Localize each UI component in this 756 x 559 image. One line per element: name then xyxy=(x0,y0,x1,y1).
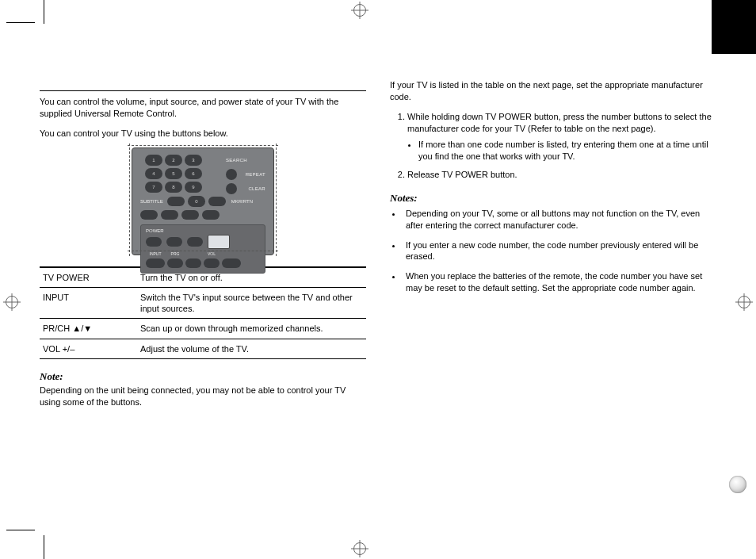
right-intro: If your TV is listed in the table on the… xyxy=(390,79,716,103)
step-item: Release TV POWER button. xyxy=(407,169,716,181)
note-heading: Note: xyxy=(40,370,366,383)
table-cell-button: VOL +/– xyxy=(40,339,137,358)
remote-num-6: 6 xyxy=(185,168,202,179)
intro-paragraph-2: You can control your TV using the button… xyxy=(40,128,366,140)
table-row: VOL +/– Adjust the volume of the TV. xyxy=(40,339,366,358)
notes-item: When you replace the batteries of the re… xyxy=(403,270,716,294)
table-cell-button: TV POWER xyxy=(40,267,137,288)
remote-tv-button xyxy=(187,237,203,247)
remote-tv-screen-icon xyxy=(208,235,230,249)
remote-label-subtitle: SUBTITLE xyxy=(140,199,164,204)
remote-pill-button xyxy=(208,197,226,206)
remote-label-repeat: REPEAT xyxy=(246,172,265,177)
notes-item: If you enter a new code number, the code… xyxy=(403,239,716,263)
remote-num-4: 4 xyxy=(145,168,162,179)
remote-dot-icon xyxy=(226,183,237,194)
step-item: While holding down TV POWER button, pres… xyxy=(407,111,716,163)
steps-list: While holding down TV POWER button, pres… xyxy=(390,111,716,181)
remote-num-8: 8 xyxy=(165,182,182,193)
registration-mark-right xyxy=(735,293,753,311)
crop-mark xyxy=(6,22,35,23)
intro-paragraph-1: You can control the volume, input source… xyxy=(40,96,366,120)
step-subitem: If more than one code number is listed, … xyxy=(418,139,716,163)
remote-label-clear: CLEAR xyxy=(248,186,265,191)
remote-pill-button xyxy=(167,197,185,206)
crop-mark xyxy=(6,530,35,530)
remote-color-a xyxy=(140,210,158,220)
remote-tv-power-button xyxy=(146,237,162,247)
decorative-circle-icon xyxy=(729,476,746,493)
remote-num-3: 3 xyxy=(185,155,202,166)
page-edge-tab xyxy=(712,0,756,54)
remote-tv-label-prg: PRG xyxy=(167,251,183,256)
registration-mark-left xyxy=(3,293,21,311)
remote-color-d xyxy=(202,210,220,220)
section-divider xyxy=(40,90,366,91)
dashed-edge xyxy=(276,144,277,256)
step-text: While holding down TV POWER button, pres… xyxy=(407,112,712,133)
step-text: Release TV POWER button. xyxy=(407,170,517,179)
table-cell-button: PR/CH ▲/▼ xyxy=(40,319,137,339)
remote-num-0: 0 xyxy=(188,196,205,207)
table-cell-desc: Adjust the volume of the TV. xyxy=(137,339,366,358)
remote-color-b xyxy=(161,210,178,220)
dashed-edge xyxy=(129,144,130,256)
notes-item: Depending on your TV, some or all button… xyxy=(403,208,716,232)
notes-list: Depending on your TV, some or all button… xyxy=(390,208,716,294)
step-sublist: If more than one code number is listed, … xyxy=(407,139,716,163)
remote-tv-button xyxy=(146,258,165,268)
remote-num-9: 9 xyxy=(185,182,202,193)
remote-tv-label-input: INPUT xyxy=(146,251,165,256)
note-body: Depending on the unit being connected, y… xyxy=(40,385,366,408)
remote-num-5: 5 xyxy=(165,168,182,179)
remote-illustration: 1 2 3 4 5 6 7 8 9 SEARCH REPEAT CLEAR SU… xyxy=(132,147,274,255)
remote-tv-panel: POWER INPUT PRG VOL xyxy=(140,224,265,274)
notes-heading: Notes: xyxy=(390,192,716,205)
table-row: INPUT Switch the TV's input source betwe… xyxy=(40,287,366,319)
crop-mark xyxy=(44,0,44,24)
remote-tv-button xyxy=(222,258,241,268)
remote-dot-icon xyxy=(226,169,237,180)
remote-color-c xyxy=(181,210,199,220)
column-right: If your TV is listed in the table on the… xyxy=(390,79,716,543)
page-content: You can control the volume, input source… xyxy=(40,32,716,543)
remote-label-mkr: MKR/RTN xyxy=(229,199,253,204)
remote-num-1: 1 xyxy=(145,155,162,166)
remote-tv-label-vol: VOL xyxy=(204,251,220,256)
table-cell-desc: Switch the TV's input source between the… xyxy=(137,287,366,319)
remote-tv-button xyxy=(166,237,182,247)
remote-side-labels: SEARCH REPEAT CLEAR xyxy=(226,155,265,194)
table-cell-desc: Scan up or down through memorized channe… xyxy=(137,319,366,339)
remote-tv-button xyxy=(167,258,183,268)
column-left: You can control the volume, input source… xyxy=(40,79,366,543)
table-row: PR/CH ▲/▼ Scan up or down through memori… xyxy=(40,319,366,339)
remote-figure: 1 2 3 4 5 6 7 8 9 SEARCH REPEAT CLEAR SU… xyxy=(40,147,366,255)
remote-label-search: SEARCH xyxy=(226,158,247,163)
button-description-table: TV POWER Turn the TV on or off. INPUT Sw… xyxy=(40,266,366,359)
remote-tv-button xyxy=(185,258,201,268)
remote-num-2: 2 xyxy=(165,155,182,166)
remote-tv-panel-title: POWER xyxy=(146,228,260,233)
table-cell-button: INPUT xyxy=(40,287,137,319)
remote-num-7: 7 xyxy=(145,182,162,193)
remote-tv-button xyxy=(204,258,220,268)
registration-mark-top xyxy=(351,2,368,19)
